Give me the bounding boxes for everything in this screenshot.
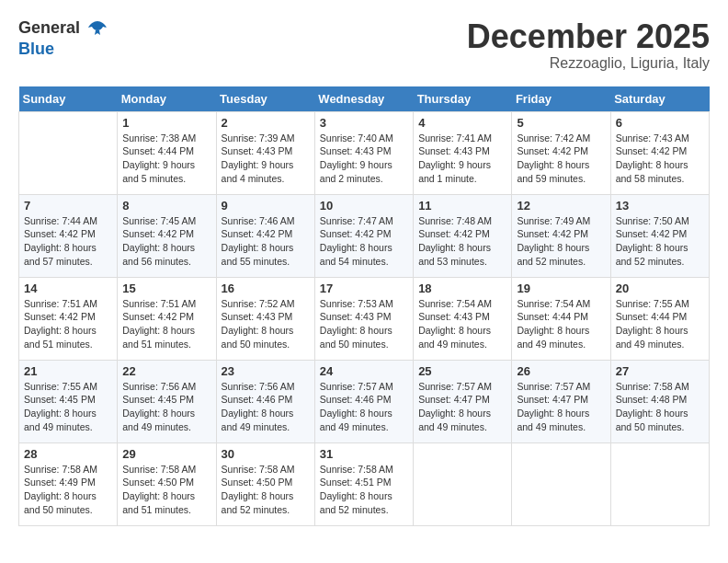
- day-number: 26: [517, 364, 605, 378]
- logo-blue: Blue: [18, 40, 108, 59]
- logo: General Blue: [18, 18, 108, 59]
- day-number: 23: [222, 364, 310, 378]
- calendar-cell: 17Sunrise: 7:53 AMSunset: 4:43 PMDayligh…: [314, 277, 413, 360]
- column-header-friday: Friday: [512, 86, 610, 112]
- day-info: Sunrise: 7:51 AMSunset: 4:42 PMDaylight:…: [122, 297, 210, 351]
- calendar-cell: 14Sunrise: 7:51 AMSunset: 4:42 PMDayligh…: [19, 277, 118, 360]
- day-info: Sunrise: 7:53 AMSunset: 4:43 PMDaylight:…: [320, 297, 408, 351]
- week-row-1: 1Sunrise: 7:38 AMSunset: 4:44 PMDaylight…: [19, 111, 710, 194]
- calendar-cell: 10Sunrise: 7:47 AMSunset: 4:42 PMDayligh…: [314, 194, 413, 277]
- calendar-cell: [19, 111, 118, 194]
- day-info: Sunrise: 7:42 AMSunset: 4:42 PMDaylight:…: [517, 132, 605, 186]
- day-number: 7: [24, 199, 112, 213]
- calendar-cell: 2Sunrise: 7:39 AMSunset: 4:43 PMDaylight…: [216, 111, 314, 194]
- day-number: 9: [222, 199, 310, 213]
- day-info: Sunrise: 7:52 AMSunset: 4:43 PMDaylight:…: [222, 297, 310, 351]
- column-header-monday: Monday: [118, 86, 216, 112]
- calendar-cell: 21Sunrise: 7:55 AMSunset: 4:45 PMDayligh…: [19, 360, 118, 442]
- calendar-cell: [414, 442, 512, 525]
- day-number: 1: [122, 116, 210, 130]
- calendar-cell: 30Sunrise: 7:58 AMSunset: 4:50 PMDayligh…: [216, 442, 314, 525]
- day-number: 28: [24, 447, 112, 461]
- calendar-cell: 5Sunrise: 7:42 AMSunset: 4:42 PMDaylight…: [512, 111, 610, 194]
- day-number: 31: [320, 447, 408, 461]
- day-info: Sunrise: 7:51 AMSunset: 4:42 PMDaylight:…: [24, 297, 112, 351]
- day-number: 19: [517, 282, 605, 295]
- day-info: Sunrise: 7:54 AMSunset: 4:43 PMDaylight:…: [418, 297, 506, 351]
- column-header-wednesday: Wednesday: [314, 86, 413, 112]
- day-number: 15: [122, 282, 210, 295]
- calendar-cell: 12Sunrise: 7:49 AMSunset: 4:42 PMDayligh…: [512, 194, 610, 277]
- day-info: Sunrise: 7:48 AMSunset: 4:42 PMDaylight:…: [418, 214, 506, 269]
- calendar-cell: 13Sunrise: 7:50 AMSunset: 4:42 PMDayligh…: [610, 194, 709, 277]
- day-info: Sunrise: 7:50 AMSunset: 4:42 PMDaylight:…: [616, 214, 704, 269]
- day-number: 22: [122, 364, 210, 378]
- header-row: SundayMondayTuesdayWednesdayThursdayFrid…: [19, 86, 710, 112]
- day-number: 24: [320, 364, 408, 378]
- logo-general: General: [18, 18, 108, 40]
- day-info: Sunrise: 7:57 AMSunset: 4:47 PMDaylight:…: [418, 380, 506, 434]
- day-number: 18: [418, 282, 506, 295]
- day-number: 20: [616, 282, 704, 295]
- column-header-thursday: Thursday: [414, 86, 512, 112]
- calendar-cell: 1Sunrise: 7:38 AMSunset: 4:44 PMDaylight…: [118, 111, 216, 194]
- column-header-tuesday: Tuesday: [216, 86, 314, 112]
- calendar-cell: 9Sunrise: 7:46 AMSunset: 4:42 PMDaylight…: [216, 194, 314, 277]
- day-number: 21: [24, 364, 112, 378]
- calendar-cell: 6Sunrise: 7:43 AMSunset: 4:42 PMDaylight…: [610, 111, 709, 194]
- calendar-cell: 18Sunrise: 7:54 AMSunset: 4:43 PMDayligh…: [414, 277, 512, 360]
- week-row-4: 21Sunrise: 7:55 AMSunset: 4:45 PMDayligh…: [19, 360, 710, 442]
- day-number: 10: [320, 199, 408, 213]
- day-number: 25: [418, 364, 506, 378]
- day-info: Sunrise: 7:54 AMSunset: 4:44 PMDaylight:…: [517, 297, 605, 351]
- day-info: Sunrise: 7:40 AMSunset: 4:43 PMDaylight:…: [320, 132, 408, 186]
- day-info: Sunrise: 7:56 AMSunset: 4:45 PMDaylight:…: [122, 380, 210, 434]
- month-title: December 2025: [467, 18, 710, 55]
- calendar-cell: 27Sunrise: 7:58 AMSunset: 4:48 PMDayligh…: [610, 360, 709, 442]
- calendar-cell: 11Sunrise: 7:48 AMSunset: 4:42 PMDayligh…: [414, 194, 512, 277]
- day-info: Sunrise: 7:58 AMSunset: 4:49 PMDaylight:…: [24, 463, 112, 517]
- day-info: Sunrise: 7:56 AMSunset: 4:46 PMDaylight:…: [222, 380, 310, 434]
- calendar-cell: 22Sunrise: 7:56 AMSunset: 4:45 PMDayligh…: [118, 360, 216, 442]
- day-number: 3: [320, 116, 408, 130]
- day-info: Sunrise: 7:41 AMSunset: 4:43 PMDaylight:…: [418, 132, 506, 186]
- week-row-2: 7Sunrise: 7:44 AMSunset: 4:42 PMDaylight…: [19, 194, 710, 277]
- day-number: 2: [222, 116, 310, 130]
- day-number: 27: [616, 364, 704, 378]
- calendar-table: SundayMondayTuesdayWednesdayThursdayFrid…: [18, 86, 710, 526]
- day-info: Sunrise: 7:58 AMSunset: 4:48 PMDaylight:…: [616, 380, 704, 434]
- day-number: 12: [517, 199, 605, 213]
- day-info: Sunrise: 7:49 AMSunset: 4:42 PMDaylight:…: [517, 214, 605, 269]
- day-number: 4: [418, 116, 506, 130]
- day-info: Sunrise: 7:55 AMSunset: 4:45 PMDaylight:…: [24, 380, 112, 434]
- day-info: Sunrise: 7:57 AMSunset: 4:46 PMDaylight:…: [320, 380, 408, 434]
- title-area: December 2025 Rezzoaglio, Liguria, Italy: [467, 18, 710, 72]
- day-info: Sunrise: 7:58 AMSunset: 4:50 PMDaylight:…: [222, 463, 310, 517]
- day-info: Sunrise: 7:38 AMSunset: 4:44 PMDaylight:…: [122, 132, 210, 186]
- calendar-cell: 29Sunrise: 7:58 AMSunset: 4:50 PMDayligh…: [118, 442, 216, 525]
- day-number: 13: [616, 199, 704, 213]
- day-info: Sunrise: 7:46 AMSunset: 4:42 PMDaylight:…: [222, 214, 310, 269]
- calendar-cell: 4Sunrise: 7:41 AMSunset: 4:43 PMDaylight…: [414, 111, 512, 194]
- day-number: 16: [222, 282, 310, 295]
- day-info: Sunrise: 7:57 AMSunset: 4:47 PMDaylight:…: [517, 380, 605, 434]
- day-number: 11: [418, 199, 506, 213]
- calendar-cell: 15Sunrise: 7:51 AMSunset: 4:42 PMDayligh…: [118, 277, 216, 360]
- calendar-cell: 31Sunrise: 7:58 AMSunset: 4:51 PMDayligh…: [314, 442, 413, 525]
- day-info: Sunrise: 7:58 AMSunset: 4:50 PMDaylight:…: [122, 463, 210, 517]
- location: Rezzoaglio, Liguria, Italy: [467, 55, 710, 72]
- calendar-cell: 20Sunrise: 7:55 AMSunset: 4:44 PMDayligh…: [610, 277, 709, 360]
- calendar-cell: 26Sunrise: 7:57 AMSunset: 4:47 PMDayligh…: [512, 360, 610, 442]
- calendar-cell: 7Sunrise: 7:44 AMSunset: 4:42 PMDaylight…: [19, 194, 118, 277]
- column-header-sunday: Sunday: [19, 86, 118, 112]
- calendar-cell: 3Sunrise: 7:40 AMSunset: 4:43 PMDaylight…: [314, 111, 413, 194]
- calendar-cell: 23Sunrise: 7:56 AMSunset: 4:46 PMDayligh…: [216, 360, 314, 442]
- day-info: Sunrise: 7:47 AMSunset: 4:42 PMDaylight:…: [320, 214, 408, 269]
- day-number: 6: [616, 116, 704, 130]
- day-info: Sunrise: 7:43 AMSunset: 4:42 PMDaylight:…: [616, 132, 704, 186]
- day-number: 30: [222, 447, 310, 461]
- calendar-cell: 28Sunrise: 7:58 AMSunset: 4:49 PMDayligh…: [19, 442, 118, 525]
- day-number: 5: [517, 116, 605, 130]
- logo-bird-icon: [86, 18, 108, 40]
- day-info: Sunrise: 7:45 AMSunset: 4:42 PMDaylight:…: [122, 214, 210, 269]
